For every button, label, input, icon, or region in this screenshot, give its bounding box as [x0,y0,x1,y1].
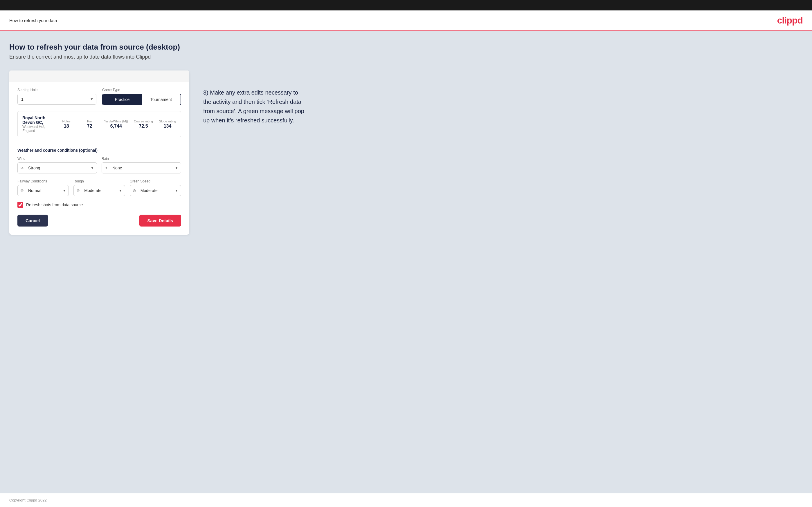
instruction-block: 3) Make any extra edits necessary to the… [203,70,308,125]
course-name: Royal North Devon GC, [22,115,52,125]
game-type-group: Game Type Practice Tournament [102,88,181,105]
copyright-text: Copyright Clippd 2022 [9,498,47,502]
header: How to refresh your data clippd [0,10,812,31]
fairway-select-wrapper: ⊕ Normal Firm Soft ▼ [17,185,69,196]
page-subheading: Ensure the correct and most up to date d… [9,54,803,60]
slope-rating-stat: Slope rating 134 [159,119,176,129]
refresh-checkbox-row: Refresh shots from data source [17,202,181,208]
par-value: 72 [81,123,98,129]
rough-label: Rough [73,179,125,183]
starting-hole-wrapper: 1 10 ▼ [17,94,96,105]
slope-rating-label: Slope rating [159,119,176,123]
yards-label: Yards/White (M)) [104,119,128,123]
form-card: Starting Hole 1 10 ▼ Game Type Practice … [9,70,189,235]
content-row: Starting Hole 1 10 ▼ Game Type Practice … [9,70,803,235]
course-rating-stat: Course rating 72.5 [134,119,153,129]
yards-value: 6,744 [104,123,128,129]
course-location: Westward Ho!, England [22,125,52,133]
rain-select-wrapper: ✦ None Light Heavy ▼ [102,162,181,173]
top-bar [0,0,812,10]
wind-select-wrapper: ≋ Strong Light None ▼ [17,162,97,173]
par-stat: Par 72 [81,119,98,129]
green-speed-select[interactable]: Moderate Slow Fast [130,185,181,196]
par-label: Par [81,119,98,123]
button-row: Cancel Save Details [17,215,181,227]
top-fields-row: Starting Hole 1 10 ▼ Game Type Practice … [17,88,181,105]
footer: Copyright Clippd 2022 [0,493,812,507]
header-title: How to refresh your data [9,18,57,23]
game-type-toggle: Practice Tournament [102,94,181,105]
course-rating-value: 72.5 [134,123,153,129]
divider [17,143,181,143]
logo: clippd [777,15,803,26]
fairway-group: Fairway Conditions ⊕ Normal Firm Soft ▼ [17,179,69,196]
course-rating-label: Course rating [134,119,153,123]
form-section-top [9,70,189,82]
rough-select[interactable]: Moderate Light Heavy [73,185,125,196]
game-type-label: Game Type [102,88,181,92]
tournament-button[interactable]: Tournament [142,94,181,105]
refresh-checkbox-label: Refresh shots from data source [26,203,83,207]
weather-section-title: Weather and course conditions (optional) [17,148,181,153]
course-name-block: Royal North Devon GC, Westward Ho!, Engl… [22,115,52,133]
course-info-row: Royal North Devon GC, Westward Ho!, Engl… [17,111,181,137]
holes-value: 18 [58,123,75,129]
conditions-top-grid: Wind ≋ Strong Light None ▼ Rain ✦ [17,157,181,173]
green-speed-group: Green Speed ⊚ Moderate Slow Fast ▼ [130,179,181,196]
starting-hole-select[interactable]: 1 10 [17,94,96,105]
holes-label: Holes [58,119,75,123]
holes-stat: Holes 18 [58,119,75,129]
page-heading: How to refresh your data from source (de… [9,43,803,52]
fairway-select[interactable]: Normal Firm Soft [17,185,69,196]
rough-select-wrapper: ⊕ Moderate Light Heavy ▼ [73,185,125,196]
rain-select[interactable]: None Light Heavy [102,162,181,173]
practice-button[interactable]: Practice [103,94,142,105]
instruction-text: 3) Make any extra edits necessary to the… [203,88,308,125]
rain-group: Rain ✦ None Light Heavy ▼ [102,157,181,173]
fairway-label: Fairway Conditions [17,179,69,183]
rain-label: Rain [102,157,181,161]
green-speed-label: Green Speed [130,179,181,183]
starting-hole-group: Starting Hole 1 10 ▼ [17,88,96,105]
wind-label: Wind [17,157,97,161]
cancel-button[interactable]: Cancel [17,215,48,227]
save-button[interactable]: Save Details [139,215,181,227]
rough-group: Rough ⊕ Moderate Light Heavy ▼ [73,179,125,196]
wind-group: Wind ≋ Strong Light None ▼ [17,157,97,173]
main-content: How to refresh your data from source (de… [0,31,812,493]
slope-rating-value: 134 [159,123,176,129]
refresh-checkbox[interactable] [17,202,23,208]
conditions-bottom-grid: Fairway Conditions ⊕ Normal Firm Soft ▼ … [17,179,181,196]
yards-stat: Yards/White (M)) 6,744 [104,119,128,129]
wind-select[interactable]: Strong Light None [17,162,97,173]
starting-hole-label: Starting Hole [17,88,96,92]
green-speed-select-wrapper: ⊚ Moderate Slow Fast ▼ [130,185,181,196]
